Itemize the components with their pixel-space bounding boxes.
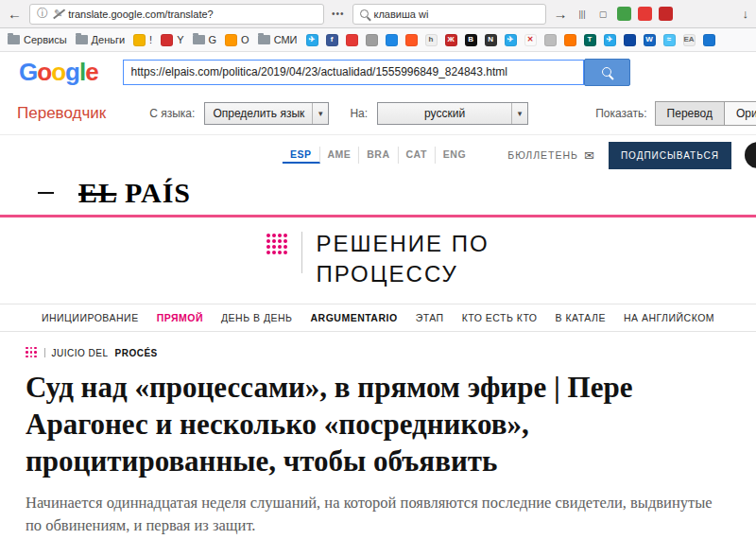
profile-icon[interactable] <box>745 142 756 168</box>
edition-ame[interactable]: AME <box>319 147 359 164</box>
bookmark-favicon[interactable]: W <box>644 34 656 46</box>
kicker-bold: PROCÉS <box>115 348 158 358</box>
page-info-icon[interactable]: ⓘ <box>37 6 48 22</box>
favicon-icon <box>161 34 173 46</box>
target-language-select[interactable]: русский ▾ <box>377 102 528 125</box>
bookmark-favicon[interactable] <box>624 34 636 46</box>
edition-esp[interactable]: ESP <box>283 147 320 164</box>
bookmark-favicon[interactable]: ≈ <box>663 34 676 46</box>
google-translate-header: Google <box>0 52 756 92</box>
edit-disabled-icon[interactable]: ✎ <box>54 8 62 20</box>
bookmark-folder-services[interactable]: Сервисы <box>8 34 67 45</box>
extension-icon[interactable] <box>638 7 652 21</box>
google-logo-letter: e <box>85 58 97 87</box>
bookmark-folder-g[interactable]: G <box>193 34 217 45</box>
address-url[interactable]: translate.google.com/translate? <box>68 9 213 20</box>
search-icon <box>602 67 611 77</box>
search-go-icon[interactable]: → <box>554 6 568 22</box>
address-bar[interactable]: ⓘ ✎ translate.google.com/translate? <box>29 4 324 25</box>
nav-item-english[interactable]: НА АНГЛИЙСКОМ <box>624 312 714 323</box>
back-icon[interactable]: ← <box>8 6 22 22</box>
divider <box>301 232 302 273</box>
nav-item-day-by-day[interactable]: ДЕНЬ В ДЕНЬ <box>221 312 293 323</box>
bookmark-favicon[interactable] <box>703 34 715 46</box>
google-logo-letter: g <box>65 58 79 87</box>
masthead: EL PAÍS <box>0 171 756 215</box>
page-actions-icon[interactable]: ••• <box>332 9 345 19</box>
edition-cat[interactable]: CAT <box>399 147 436 164</box>
bookmark-item[interactable]: Y <box>161 34 183 46</box>
logo-pais: PAÍS <box>125 177 191 208</box>
folder-icon <box>258 35 270 44</box>
elpais-logo[interactable]: EL PAÍS <box>78 177 191 209</box>
bookmark-favicon[interactable]: ✈ <box>306 34 318 46</box>
section-title[interactable]: РЕШЕНИЕ ПО ПРОЦЕССУ <box>316 229 489 290</box>
translator-title[interactable]: Переводчик <box>17 104 106 123</box>
show-original-button[interactable]: Оригинал <box>725 101 756 126</box>
translate-url-input[interactable] <box>123 60 584 85</box>
nav-item-live[interactable]: ПРЯМОЙ <box>157 312 203 323</box>
extension-icon[interactable]: ▢ <box>596 7 610 21</box>
subscribe-button[interactable]: ПОДПИСЫВАТЬСЯ <box>609 142 731 169</box>
browser-search-bar[interactable]: клавиша wi <box>352 4 546 25</box>
extension-icon[interactable] <box>659 7 673 21</box>
source-language-value: Определить язык <box>205 107 312 120</box>
edition-eng[interactable]: ENG <box>436 147 473 164</box>
nav-item-argumentario[interactable]: ARGUMENTARIO <box>310 312 397 323</box>
newsletter-link[interactable]: БЮЛЛЕТЕНЬ ✉ <box>507 148 595 163</box>
extension-icon[interactable]: ||| <box>576 7 590 21</box>
bookmark-favicon[interactable]: h <box>425 34 438 46</box>
bookmark-favicon[interactable] <box>366 34 378 46</box>
bookmark-favicon[interactable]: f <box>326 34 338 46</box>
bookmark-label: ! <box>149 34 152 45</box>
article: JUICIO DEL PROCÉS Суд над «процессами», … <box>0 332 756 537</box>
nav-item-catalan[interactable]: В КАТАЛЕ <box>556 312 606 323</box>
bookmark-favicon[interactable]: T <box>584 34 596 46</box>
favicon-glyph: f <box>331 36 334 43</box>
bookmark-favicon[interactable] <box>405 34 418 46</box>
bookmark-folder-smi[interactable]: СМИ <box>258 34 298 45</box>
bookmark-favicon[interactable] <box>564 34 576 46</box>
section-title-line1: РЕШЕНИЕ ПО <box>316 229 489 259</box>
nav-item-who-is-who[interactable]: КТО ЕСТЬ КТО <box>462 312 538 323</box>
bookmark-favicon[interactable] <box>386 34 398 46</box>
bookmark-label: Деньги <box>92 34 126 45</box>
proces-dots-icon <box>26 347 38 359</box>
browser-search-value[interactable]: клавиша wi <box>374 9 429 20</box>
bookmark-item[interactable]: ! <box>133 34 152 46</box>
translate-search-button[interactable] <box>584 59 630 86</box>
bookmark-favicon[interactable]: N <box>485 34 497 46</box>
article-kicker[interactable]: JUICIO DEL PROCÉS <box>26 347 730 359</box>
article-headline[interactable]: Суд над «процессами», в прямом эфире | П… <box>26 369 730 479</box>
favicon-glyph: ✈ <box>607 36 613 43</box>
source-language-select[interactable]: Определить язык ▾ <box>204 102 329 125</box>
bookmark-label: O <box>241 34 249 45</box>
extension-icon[interactable] <box>617 7 631 21</box>
folder-icon <box>76 35 88 44</box>
bookmark-favicons: ✈ f h Ж <box>306 34 715 46</box>
menu-icon[interactable] <box>38 192 54 195</box>
nav-item-initiation[interactable]: ИНИЦИИРОВАНИЕ <box>42 312 139 323</box>
download-icon[interactable]: ↓ <box>743 7 749 21</box>
bookmark-favicon[interactable]: ✕ <box>524 34 537 46</box>
favicon-glyph: ✕ <box>527 36 534 43</box>
bookmark-favicon[interactable] <box>346 34 358 46</box>
bookmark-favicon[interactable]: ✈ <box>505 34 517 46</box>
bookmark-favicon[interactable]: ✈ <box>604 34 616 46</box>
to-language-label: На: <box>350 107 368 120</box>
favicon-glyph: ≈ <box>667 36 671 43</box>
bookmark-favicon[interactable]: B <box>465 34 477 46</box>
bookmark-folder-money[interactable]: Деньги <box>76 34 126 45</box>
bookmark-item[interactable]: O <box>225 34 249 46</box>
bookmark-favicon[interactable]: EA <box>683 34 696 46</box>
bookmark-favicon[interactable]: Ж <box>445 34 457 46</box>
bookmark-favicon[interactable] <box>544 34 557 46</box>
logo-el: EL <box>78 177 116 208</box>
bookmarks-bar: Сервисы Деньги ! Y G O СМИ ✈ f <box>0 28 756 52</box>
favicon-glyph: ✈ <box>309 36 316 43</box>
from-language-label: С языка: <box>149 107 195 120</box>
nav-item-stage[interactable]: ЭТАП <box>416 312 444 323</box>
show-translation-button[interactable]: Перевод <box>655 101 725 126</box>
edition-bra[interactable]: BRA <box>359 147 398 164</box>
translate-controls: Переводчик С языка: Определить язык ▾ На… <box>0 92 756 135</box>
